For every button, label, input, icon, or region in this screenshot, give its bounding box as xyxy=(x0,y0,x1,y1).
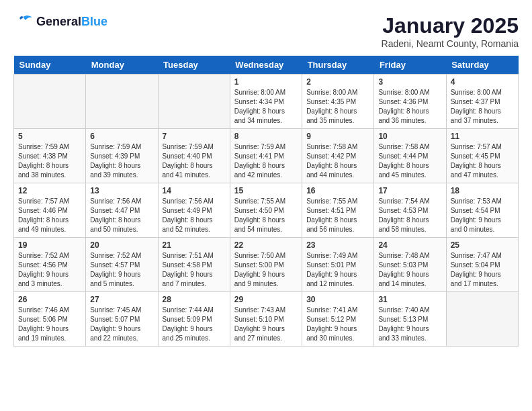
day-number: 17 xyxy=(378,186,441,195)
table-row: 24Sunrise: 7:48 AM Sunset: 5:03 PM Dayli… xyxy=(374,238,446,292)
day-info: Sunrise: 7:45 AM Sunset: 5:07 PM Dayligh… xyxy=(90,306,153,343)
calendar-header-row: Sunday Monday Tuesday Wednesday Thursday… xyxy=(14,56,519,75)
day-info: Sunrise: 7:57 AM Sunset: 4:45 PM Dayligh… xyxy=(451,142,514,180)
table-row: 9Sunrise: 7:58 AM Sunset: 4:42 PM Daylig… xyxy=(302,129,374,183)
day-info: Sunrise: 7:52 AM Sunset: 4:56 PM Dayligh… xyxy=(18,251,81,289)
day-number: 3 xyxy=(378,77,441,87)
day-info: Sunrise: 7:59 AM Sunset: 4:39 PM Dayligh… xyxy=(90,142,153,180)
day-info: Sunrise: 7:51 AM Sunset: 4:58 PM Dayligh… xyxy=(163,251,226,289)
day-info: Sunrise: 7:55 AM Sunset: 4:51 PM Dayligh… xyxy=(306,197,369,234)
table-row: 4Sunrise: 8:00 AM Sunset: 4:37 PM Daylig… xyxy=(446,75,518,129)
logo-icon xyxy=(13,13,34,30)
day-number: 25 xyxy=(451,240,514,250)
table-row: 26Sunrise: 7:46 AM Sunset: 5:06 PM Dayli… xyxy=(14,292,86,347)
col-wednesday: Wednesday xyxy=(230,56,302,75)
col-tuesday: Tuesday xyxy=(158,56,230,75)
day-info: Sunrise: 7:55 AM Sunset: 4:50 PM Dayligh… xyxy=(234,197,298,234)
day-info: Sunrise: 7:43 AM Sunset: 5:10 PM Dayligh… xyxy=(234,306,298,343)
table-row xyxy=(14,75,86,129)
month-title: January 2025 xyxy=(382,13,519,38)
table-row: 16Sunrise: 7:55 AM Sunset: 4:51 PM Dayli… xyxy=(302,183,374,238)
table-row: 10Sunrise: 7:58 AM Sunset: 4:44 PM Dayli… xyxy=(374,129,446,183)
day-number: 20 xyxy=(90,240,153,250)
day-number: 21 xyxy=(163,240,226,250)
day-info: Sunrise: 7:59 AM Sunset: 4:38 PM Dayligh… xyxy=(18,142,81,180)
day-number: 23 xyxy=(306,240,369,250)
table-row: 31Sunrise: 7:40 AM Sunset: 5:13 PM Dayli… xyxy=(374,292,446,347)
day-number: 27 xyxy=(90,295,153,304)
day-info: Sunrise: 7:50 AM Sunset: 5:00 PM Dayligh… xyxy=(234,251,298,289)
table-row: 27Sunrise: 7:45 AM Sunset: 5:07 PM Dayli… xyxy=(86,292,158,347)
day-info: Sunrise: 7:56 AM Sunset: 4:49 PM Dayligh… xyxy=(163,197,226,234)
page-header: GeneralBlue January 2025 Radeni, Neamt C… xyxy=(13,13,519,49)
day-number: 22 xyxy=(234,240,298,250)
day-number: 19 xyxy=(18,240,81,250)
day-number: 9 xyxy=(306,132,369,141)
table-row: 14Sunrise: 7:56 AM Sunset: 4:49 PM Dayli… xyxy=(158,183,230,238)
day-info: Sunrise: 7:53 AM Sunset: 4:54 PM Dayligh… xyxy=(451,197,514,234)
table-row: 22Sunrise: 7:50 AM Sunset: 5:00 PM Dayli… xyxy=(230,238,302,292)
day-number: 12 xyxy=(18,186,81,195)
day-number: 2 xyxy=(306,77,369,87)
table-row xyxy=(86,75,158,129)
day-number: 5 xyxy=(18,132,81,141)
day-number: 4 xyxy=(451,77,514,87)
calendar-week-row: 1Sunrise: 8:00 AM Sunset: 4:34 PM Daylig… xyxy=(14,75,519,129)
day-info: Sunrise: 7:40 AM Sunset: 5:13 PM Dayligh… xyxy=(378,306,441,343)
table-row: 19Sunrise: 7:52 AM Sunset: 4:56 PM Dayli… xyxy=(14,238,86,292)
day-info: Sunrise: 7:48 AM Sunset: 5:03 PM Dayligh… xyxy=(378,251,441,289)
day-number: 10 xyxy=(378,132,441,141)
day-number: 13 xyxy=(90,186,153,195)
day-info: Sunrise: 8:00 AM Sunset: 4:35 PM Dayligh… xyxy=(306,88,369,126)
table-row: 5Sunrise: 7:59 AM Sunset: 4:38 PM Daylig… xyxy=(14,129,86,183)
table-row: 21Sunrise: 7:51 AM Sunset: 4:58 PM Dayli… xyxy=(158,238,230,292)
col-monday: Monday xyxy=(86,56,158,75)
calendar-week-row: 12Sunrise: 7:57 AM Sunset: 4:46 PM Dayli… xyxy=(14,183,519,238)
table-row xyxy=(158,75,230,129)
day-number: 8 xyxy=(234,132,298,141)
table-row: 8Sunrise: 7:59 AM Sunset: 4:41 PM Daylig… xyxy=(230,129,302,183)
day-number: 14 xyxy=(163,186,226,195)
table-row: 6Sunrise: 7:59 AM Sunset: 4:39 PM Daylig… xyxy=(86,129,158,183)
calendar-week-row: 19Sunrise: 7:52 AM Sunset: 4:56 PM Dayli… xyxy=(14,238,519,292)
day-info: Sunrise: 7:44 AM Sunset: 5:09 PM Dayligh… xyxy=(163,306,226,343)
day-number: 7 xyxy=(163,132,226,141)
day-info: Sunrise: 7:59 AM Sunset: 4:40 PM Dayligh… xyxy=(163,142,226,180)
day-number: 6 xyxy=(90,132,153,141)
table-row: 12Sunrise: 7:57 AM Sunset: 4:46 PM Dayli… xyxy=(14,183,86,238)
day-number: 16 xyxy=(306,186,369,195)
location-subtitle: Radeni, Neamt County, Romania xyxy=(382,38,519,49)
table-row: 3Sunrise: 8:00 AM Sunset: 4:36 PM Daylig… xyxy=(374,75,446,129)
day-info: Sunrise: 7:49 AM Sunset: 5:01 PM Dayligh… xyxy=(306,251,369,289)
col-saturday: Saturday xyxy=(446,56,518,75)
day-number: 11 xyxy=(451,132,514,141)
day-info: Sunrise: 7:54 AM Sunset: 4:53 PM Dayligh… xyxy=(378,197,441,234)
day-info: Sunrise: 7:59 AM Sunset: 4:41 PM Dayligh… xyxy=(234,142,298,180)
day-number: 18 xyxy=(451,186,514,195)
col-thursday: Thursday xyxy=(302,56,374,75)
col-friday: Friday xyxy=(374,56,446,75)
logo: GeneralBlue xyxy=(13,13,107,30)
table-row: 11Sunrise: 7:57 AM Sunset: 4:45 PM Dayli… xyxy=(446,129,518,183)
table-row: 7Sunrise: 7:59 AM Sunset: 4:40 PM Daylig… xyxy=(158,129,230,183)
col-sunday: Sunday xyxy=(14,56,86,75)
day-number: 26 xyxy=(18,295,81,304)
table-row: 29Sunrise: 7:43 AM Sunset: 5:10 PM Dayli… xyxy=(230,292,302,347)
table-row: 25Sunrise: 7:47 AM Sunset: 5:04 PM Dayli… xyxy=(446,238,518,292)
table-row: 17Sunrise: 7:54 AM Sunset: 4:53 PM Dayli… xyxy=(374,183,446,238)
calendar-week-row: 5Sunrise: 7:59 AM Sunset: 4:38 PM Daylig… xyxy=(14,129,519,183)
day-number: 15 xyxy=(234,186,298,195)
table-row: 2Sunrise: 8:00 AM Sunset: 4:35 PM Daylig… xyxy=(302,75,374,129)
day-number: 24 xyxy=(378,240,441,250)
day-info: Sunrise: 7:52 AM Sunset: 4:57 PM Dayligh… xyxy=(90,251,153,289)
table-row: 18Sunrise: 7:53 AM Sunset: 4:54 PM Dayli… xyxy=(446,183,518,238)
day-number: 29 xyxy=(234,295,298,304)
table-row: 28Sunrise: 7:44 AM Sunset: 5:09 PM Dayli… xyxy=(158,292,230,347)
day-info: Sunrise: 8:00 AM Sunset: 4:36 PM Dayligh… xyxy=(378,88,441,126)
title-section: January 2025 Radeni, Neamt County, Roman… xyxy=(382,13,519,49)
day-info: Sunrise: 7:47 AM Sunset: 5:04 PM Dayligh… xyxy=(451,251,514,289)
day-info: Sunrise: 7:46 AM Sunset: 5:06 PM Dayligh… xyxy=(18,306,81,343)
day-info: Sunrise: 7:58 AM Sunset: 4:44 PM Dayligh… xyxy=(378,142,441,180)
day-info: Sunrise: 8:00 AM Sunset: 4:34 PM Dayligh… xyxy=(234,88,298,126)
table-row: 1Sunrise: 8:00 AM Sunset: 4:34 PM Daylig… xyxy=(230,75,302,129)
